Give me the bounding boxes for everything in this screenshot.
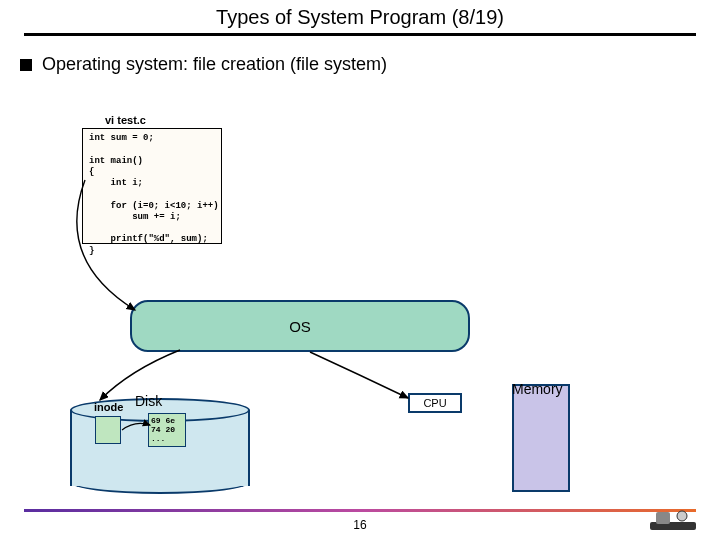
- memory-box: [512, 384, 570, 492]
- os-label: OS: [289, 318, 311, 335]
- inode-box: [95, 416, 121, 444]
- cpu-label: CPU: [423, 397, 446, 409]
- bullet-item: Operating system: file creation (file sy…: [20, 54, 720, 75]
- footer-rule: [24, 509, 696, 512]
- title-underline: [24, 33, 696, 36]
- code-source: int sum = 0; int main() { int i; for (i=…: [82, 128, 222, 244]
- svg-rect-1: [656, 512, 670, 524]
- svg-point-2: [677, 511, 687, 521]
- bullet-text: Operating system: file creation (file sy…: [42, 54, 387, 75]
- data-block: 69 6e 74 20 ...: [148, 413, 186, 447]
- inode-label: inode: [94, 401, 123, 413]
- os-box: OS: [130, 300, 470, 352]
- page-number: 16: [0, 518, 720, 532]
- code-filename: vi test.c: [105, 114, 146, 126]
- logo-icon: [648, 508, 698, 534]
- memory-label: Memory: [512, 381, 563, 397]
- disk-label: Disk: [135, 393, 162, 409]
- cpu-box: CPU: [408, 393, 462, 413]
- bullet-icon: [20, 59, 32, 71]
- slide-title: Types of System Program (8/19): [0, 0, 720, 29]
